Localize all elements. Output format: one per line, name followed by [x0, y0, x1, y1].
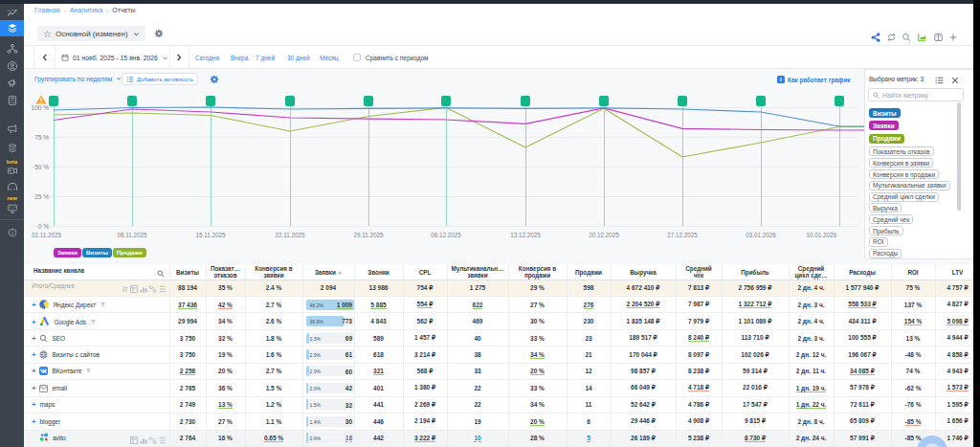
svg-text:08.11.2025: 08.11.2025	[117, 232, 147, 238]
svg-text:22.11.2025: 22.11.2025	[275, 232, 305, 238]
svg-text:50 %: 50 %	[34, 164, 49, 170]
svg-text:75 %: 75 %	[34, 134, 49, 141]
svg-text:10.01.2026: 10.01.2026	[806, 232, 836, 238]
svg-text:03.01.2026: 03.01.2026	[746, 232, 776, 238]
svg-text:13.12.2025: 13.12.2025	[510, 232, 541, 238]
svg-text:0 %: 0 %	[38, 223, 49, 230]
svg-text:27.12.2025: 27.12.2025	[667, 232, 698, 238]
svg-text:15.11.2025: 15.11.2025	[195, 232, 226, 238]
svg-text:100 %: 100 %	[32, 104, 50, 111]
svg-text:20.12.2025: 20.12.2025	[589, 232, 619, 238]
svg-text:01.11.2025: 01.11.2025	[32, 232, 62, 238]
svg-text:06.12.2025: 06.12.2025	[431, 232, 461, 238]
svg-text:25 %: 25 %	[34, 193, 49, 200]
svg-text:29.11.2025: 29.11.2025	[353, 232, 384, 238]
